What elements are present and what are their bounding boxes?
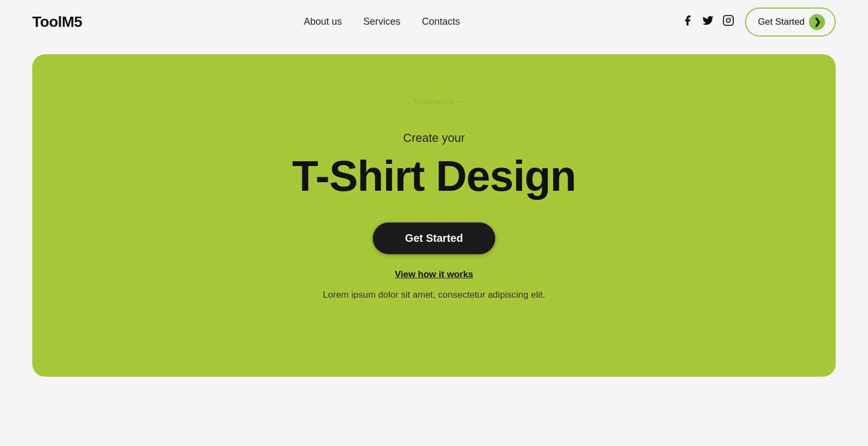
facebook-icon[interactable]	[682, 15, 693, 30]
instagram-icon[interactable]	[722, 15, 734, 30]
nav-item-services[interactable]: Services	[363, 16, 400, 27]
svg-point-2	[730, 17, 732, 18]
hero-get-started-button[interactable]: Get Started	[373, 222, 495, 254]
hero-subtitle: Create your	[403, 131, 465, 145]
twitter-icon[interactable]	[702, 15, 714, 30]
svg-point-1	[726, 18, 730, 22]
header-right: Get Started ❯	[682, 8, 836, 37]
svg-rect-0	[724, 15, 733, 25]
hero-section: — ToolStartUp — Create your T-Shirt Desi…	[32, 54, 836, 377]
hero-title: T-Shirt Design	[292, 152, 576, 201]
nav-get-started-arrow-icon: ❯	[809, 14, 825, 30]
main-nav: About us Services Contacts	[303, 16, 460, 27]
hero-decorative-text: — ToolStartUp —	[403, 97, 465, 105]
logo: ToolM5	[32, 13, 82, 31]
nav-item-about-us[interactable]: About us	[303, 16, 342, 27]
nav-get-started-label: Get Started	[758, 17, 805, 27]
nav-item-contacts[interactable]: Contacts	[422, 16, 460, 27]
social-icons	[682, 15, 734, 30]
header: ToolM5 About us Services Contacts	[0, 0, 868, 44]
hero-lorem-text: Lorem ipsum dolor sit amet, consectetur …	[323, 290, 545, 300]
hero-view-how-it-works-link[interactable]: View how it works	[395, 269, 473, 280]
nav-get-started-button[interactable]: Get Started ❯	[745, 8, 836, 37]
